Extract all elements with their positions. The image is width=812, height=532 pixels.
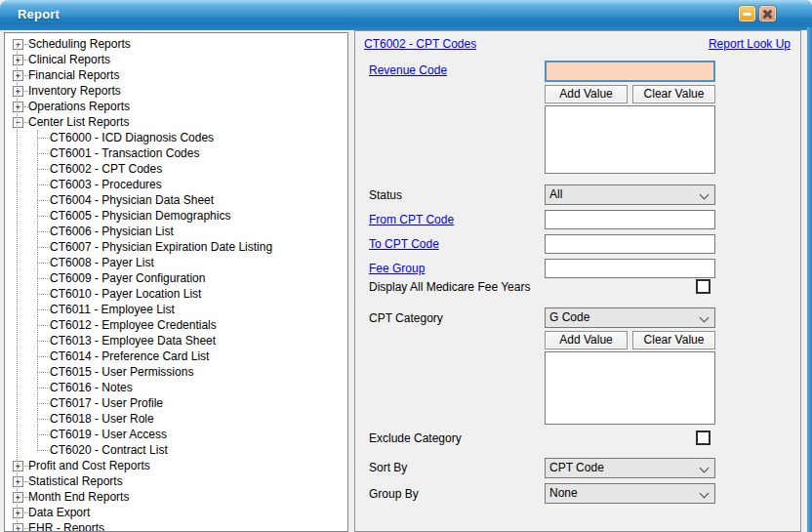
expand-icon[interactable]: + <box>13 70 23 81</box>
title-bar: Report <box>0 0 812 30</box>
close-button[interactable] <box>759 6 776 21</box>
exclude-category-checkbox[interactable] <box>696 430 710 445</box>
expand-icon[interactable]: + <box>13 86 23 97</box>
tree-item[interactable]: CT6006 - Physician List <box>5 224 347 239</box>
revenue-code-link[interactable]: Revenue Code <box>369 63 447 77</box>
tree-item-label: CT6014 - Preference Card List <box>50 349 209 363</box>
tree-item[interactable]: +Financial Reports <box>5 67 347 83</box>
fee-group-link[interactable]: Fee Group <box>369 262 425 275</box>
tree-item[interactable]: CT6019 - User Access <box>5 427 347 442</box>
display-medicare-checkbox[interactable] <box>696 279 710 294</box>
tree-connector <box>37 403 50 404</box>
category-add-value-button[interactable]: Add Value <box>545 331 628 349</box>
chevron-down-icon <box>700 490 708 498</box>
tree-item[interactable]: CT6005 - Physician Demographics <box>5 208 347 224</box>
tree-item[interactable]: CT6001 - Transaction Codes <box>5 145 347 161</box>
tree-item[interactable]: +Clinical Reports <box>5 52 347 67</box>
expand-icon[interactable]: + <box>13 461 23 471</box>
tree-item[interactable]: CT6000 - ICD Diagnosis Codes <box>5 130 347 145</box>
report-tree: +Scheduling Reports+Clinical Reports+Fin… <box>4 32 348 532</box>
tree-item[interactable]: CT6010 - Payer Location List <box>5 286 347 302</box>
tree-item[interactable]: CT6020 - Contract List <box>5 442 347 458</box>
tree-connector <box>37 341 50 342</box>
tree-item[interactable]: CT6018 - User Role <box>5 411 347 427</box>
tree-connector <box>37 138 50 139</box>
tree-item[interactable]: +Month End Reports <box>5 489 347 505</box>
revenue-add-value-button[interactable]: Add Value <box>545 85 628 103</box>
tree-item[interactable]: CT6004 - Physician Data Sheet <box>5 192 347 208</box>
tree-item[interactable]: +EHR - Reports <box>5 520 347 532</box>
tree-item-label: CT6001 - Transaction Codes <box>50 146 199 160</box>
tree-connector <box>37 247 50 248</box>
tree-item-label: CT6016 - Notes <box>50 381 133 394</box>
tree-rows: +Scheduling Reports+Clinical Reports+Fin… <box>5 33 347 532</box>
expand-icon[interactable]: + <box>13 523 23 532</box>
tree-item[interactable]: CT6008 - Payer List <box>5 255 347 270</box>
tree-connector <box>37 294 50 295</box>
chevron-down-icon <box>700 191 708 199</box>
tree-item[interactable]: CT6017 - User Profile <box>5 395 347 411</box>
tree-connector <box>24 106 28 107</box>
tree-item[interactable]: +Profit and Cost Reports <box>5 458 347 473</box>
tree-item[interactable]: CT6013 - Employee Data Sheet <box>5 333 347 348</box>
tree-item-label: Statistical Reports <box>28 474 123 488</box>
expand-icon[interactable]: + <box>13 39 23 50</box>
expand-icon[interactable]: + <box>13 476 23 487</box>
collapse-icon[interactable]: − <box>13 117 23 128</box>
expand-icon[interactable]: + <box>13 55 23 65</box>
fee-group-input[interactable] <box>545 259 715 278</box>
tree-connector <box>37 169 50 170</box>
cpt-category-listbox[interactable] <box>545 351 715 425</box>
tree-item[interactable]: CT6015 - User Permissions <box>5 364 347 380</box>
report-title-link[interactable]: CT6002 - CPT Codes <box>364 37 476 51</box>
tree-item[interactable]: CT6014 - Preference Card List <box>5 348 347 364</box>
revenue-clear-value-button[interactable]: Clear Value <box>632 85 715 103</box>
tree-item[interactable]: +Data Export <box>5 505 347 520</box>
tree-connector <box>37 278 50 279</box>
category-clear-value-button[interactable]: Clear Value <box>632 331 715 349</box>
sort-by-label: Sort By <box>369 461 407 475</box>
tree-item[interactable]: +Inventory Reports <box>5 83 347 99</box>
revenue-code-listbox[interactable] <box>545 105 715 174</box>
minimize-icon <box>743 13 751 16</box>
minimize-button[interactable] <box>739 6 755 21</box>
tree-item[interactable]: CT6016 - Notes <box>5 380 347 395</box>
tree-connector <box>24 481 28 482</box>
revenue-code-input[interactable] <box>545 61 715 82</box>
tree-item[interactable]: −Center List Reports <box>5 114 347 130</box>
from-cpt-code-input[interactable] <box>545 210 715 229</box>
tree-item[interactable]: CT6003 - Procedures <box>5 177 347 192</box>
tree-item-label: Profit and Cost Reports <box>28 459 150 472</box>
tree-item[interactable]: +Operations Reports <box>5 99 347 114</box>
tree-item[interactable]: CT6007 - Physician Expiration Date Listi… <box>5 239 347 255</box>
group-by-dropdown[interactable]: None <box>545 483 715 504</box>
tree-item-label: Data Export <box>28 506 90 519</box>
tree-item-label: CT6012 - Employee Credentials <box>50 318 217 332</box>
tree-item-label: CT6008 - Payer List <box>50 256 154 269</box>
to-cpt-code-input[interactable] <box>545 234 715 254</box>
sort-by-dropdown[interactable]: CPT Code <box>545 458 715 478</box>
status-dropdown[interactable]: All <box>545 184 715 205</box>
tree-item-label: CT6020 - Contract List <box>50 443 168 457</box>
report-look-up-link[interactable]: Report Look Up <box>709 37 791 51</box>
expand-icon[interactable]: + <box>13 508 23 518</box>
tree-item[interactable]: CT6009 - Payer Configuration <box>5 270 347 286</box>
to-cpt-code-link[interactable]: To CPT Code <box>369 237 439 251</box>
tree-item[interactable]: CT6002 - CPT Codes <box>5 161 347 177</box>
expand-icon[interactable]: + <box>13 102 23 112</box>
tree-item[interactable]: CT6012 - Employee Credentials <box>5 317 347 333</box>
tree-connector <box>37 153 50 154</box>
tree-connector <box>37 263 50 264</box>
tree-item-label: CT6003 - Procedures <box>50 178 162 191</box>
chevron-down-icon <box>700 314 708 322</box>
expand-icon[interactable]: + <box>13 492 23 503</box>
tree-item-label: Inventory Reports <box>28 84 121 98</box>
tree-item[interactable]: +Scheduling Reports <box>5 36 347 52</box>
display-medicare-label: Display All Medicare Fee Years <box>369 280 530 295</box>
tree-connector <box>37 184 50 185</box>
tree-item[interactable]: CT6011 - Employee List <box>5 302 347 317</box>
from-cpt-code-link[interactable]: From CPT Code <box>369 213 454 226</box>
tree-item[interactable]: +Statistical Reports <box>5 473 347 489</box>
window-title: Report <box>18 7 60 21</box>
cpt-category-dropdown[interactable]: G Code <box>545 307 715 328</box>
